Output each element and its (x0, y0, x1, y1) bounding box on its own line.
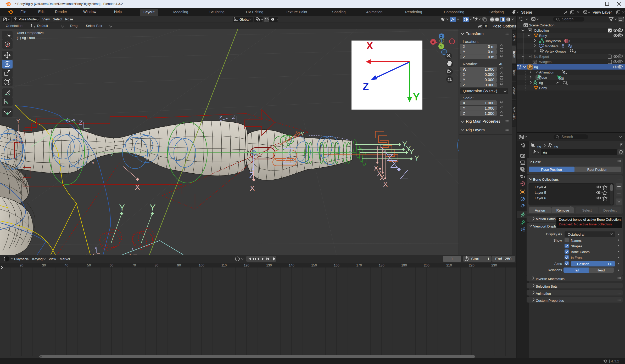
svg-text:Search: Search (561, 135, 573, 139)
svg-text:20: 20 (20, 263, 23, 267)
svg-text:140: 140 (289, 263, 294, 267)
svg-text:Modifiers: Modifiers (545, 44, 559, 48)
svg-text:In Front: In Front (571, 256, 583, 260)
svg-text:Y: Y (440, 44, 442, 48)
svg-text:(1) rig : root: (1) rig : root (17, 36, 35, 40)
svg-text:X: X (485, 24, 487, 28)
svg-text:Axes: Axes (554, 262, 562, 266)
svg-text:50: 50 (87, 263, 91, 267)
svg-text:x: x (93, 252, 94, 255)
svg-text:X: X (366, 40, 373, 51)
svg-text:rig: rig (539, 81, 543, 85)
svg-text:120: 120 (244, 263, 249, 267)
svg-text:Show: Show (553, 238, 562, 242)
svg-text:X: X (250, 184, 255, 192)
svg-text:Animation: Animation (536, 292, 551, 295)
svg-text:Y: Y (16, 118, 20, 124)
svg-text:Animation: Animation (539, 70, 554, 74)
svg-text:y: y (111, 151, 113, 156)
svg-text:Y: Y (150, 202, 156, 212)
svg-text:110: 110 (221, 263, 227, 267)
svg-text:x: x (92, 161, 94, 165)
svg-text:Bony: Bony (539, 34, 547, 38)
svg-text:rig: rig (534, 65, 538, 69)
svg-text:Bone Colors: Bone Colors (571, 250, 590, 254)
svg-text:90: 90 (177, 263, 181, 267)
svg-text:BonyMesh: BonyMesh (545, 39, 561, 43)
svg-text:Display As: Display As (546, 232, 562, 236)
svg-text:Position: Position (577, 262, 589, 266)
svg-text:Select: Select (582, 208, 592, 212)
svg-text:x: x (175, 149, 177, 153)
svg-text:X: X (135, 183, 140, 191)
svg-text:Collection: Collection (534, 29, 549, 32)
svg-text:Y: Y (413, 92, 420, 103)
svg-text:Widgets: Widgets (539, 60, 551, 64)
svg-text:User Perspective: User Perspective (17, 31, 44, 35)
svg-text:Inverse Kinematics: Inverse Kinematics (536, 277, 565, 281)
svg-text:No Export: No Export (534, 55, 549, 59)
svg-text:Y: Y (49, 133, 54, 141)
svg-text:Y: Y (288, 151, 292, 158)
svg-text:Disabled: No active bone colle: Disabled: No active bone collection (559, 222, 612, 226)
svg-text:X: X (383, 180, 388, 188)
svg-text:Rest Position: Rest Position (587, 168, 607, 172)
svg-text:X: X (432, 40, 434, 44)
svg-text:70: 70 (132, 263, 136, 267)
svg-text:Y: Y (414, 154, 419, 162)
svg-text:Z: Z (440, 35, 442, 38)
svg-text:Layer 4: Layer 4 (535, 185, 546, 189)
svg-text:View: View (49, 257, 56, 261)
svg-text:Y: Y (409, 148, 414, 156)
svg-text:Playback: Playback (14, 257, 28, 261)
svg-text:Tail: Tail (574, 268, 579, 272)
svg-text:Global: Global (239, 18, 249, 21)
svg-text:Keying: Keying (32, 257, 43, 261)
svg-text:1: 1 (451, 257, 453, 261)
svg-text:230: 230 (491, 263, 497, 267)
svg-text:100: 100 (199, 263, 204, 267)
svg-text:Motion Paths: Motion Paths (536, 217, 556, 221)
svg-text:Remove: Remove (556, 208, 569, 212)
svg-text:Start: Start (471, 257, 480, 261)
svg-text:Layer 6: Layer 6 (535, 196, 546, 200)
svg-text:130: 130 (266, 263, 272, 267)
svg-text:Selection Sets: Selection Sets (536, 285, 558, 288)
svg-text:2: 2 (568, 40, 570, 44)
svg-text:51: 51 (573, 50, 577, 54)
svg-text:End: End (495, 257, 502, 261)
svg-text:rig: rig (554, 144, 558, 148)
svg-text:Deselect bones of active Bone: Deselect bones of active Bone Collection… (559, 218, 622, 221)
svg-text:180: 180 (379, 263, 384, 267)
svg-text:1: 1 (487, 257, 489, 261)
svg-text:2: 2 (563, 71, 565, 75)
svg-text:Relations: Relations (548, 268, 562, 272)
svg-text:Pose Options: Pose Options (493, 24, 516, 28)
svg-text:408: 408 (558, 77, 564, 81)
svg-text:Head: Head (596, 268, 605, 272)
svg-text:Marker: Marker (60, 257, 70, 261)
svg-text:Z: Z (66, 117, 69, 122)
svg-text:Search: Search (562, 17, 573, 21)
svg-text:220: 220 (469, 263, 475, 267)
svg-text:80: 80 (155, 263, 158, 267)
svg-text:60: 60 (110, 263, 113, 267)
svg-text:Names: Names (571, 238, 582, 242)
svg-text:Pose Position: Pose Position (541, 168, 562, 172)
svg-text:x: x (164, 151, 166, 156)
svg-text:Z: Z (363, 81, 369, 92)
svg-text:Bony: Bony (539, 86, 547, 90)
svg-text:Assign: Assign (535, 208, 545, 212)
svg-text:190: 190 (401, 263, 407, 267)
svg-text:200: 200 (424, 263, 429, 267)
svg-text:Shapes: Shapes (571, 244, 583, 248)
svg-text:x: x (239, 127, 242, 131)
svg-text:rig: rig (543, 150, 547, 154)
svg-text:y: y (255, 148, 257, 152)
svg-text:Deselect: Deselect (603, 208, 617, 212)
svg-text:Scene Collection: Scene Collection (529, 23, 555, 27)
svg-text:Layer 5: Layer 5 (535, 191, 546, 195)
svg-text:View Layer: View Layer (593, 10, 612, 14)
svg-text:x: x (86, 132, 88, 137)
svg-text:250: 250 (505, 257, 511, 261)
